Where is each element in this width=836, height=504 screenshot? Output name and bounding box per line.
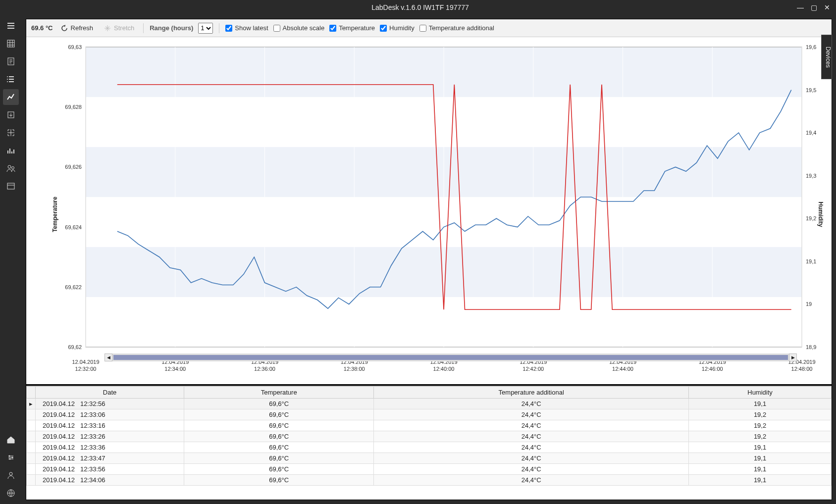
svg-text:69,63: 69,63 [68, 44, 82, 50]
form-icon[interactable] [3, 53, 19, 69]
scroll-left-arrow[interactable]: ◀ [104, 353, 112, 361]
stretch-label: Stretch [114, 24, 134, 32]
table-row[interactable]: 2019.04.12 12:33:1669,6°C24,4°C19,2 [27, 420, 832, 431]
minimize-button[interactable]: — [797, 3, 804, 11]
home-icon[interactable] [3, 432, 19, 448]
maximize-button[interactable]: ▢ [811, 3, 817, 11]
svg-text:18,9: 18,9 [806, 344, 816, 350]
globe-icon[interactable] [3, 485, 19, 501]
svg-rect-0 [7, 40, 14, 47]
chart-icon[interactable] [3, 89, 19, 105]
menu-icon[interactable] [3, 18, 19, 34]
column-header[interactable]: Temperature additional [374, 387, 689, 399]
svg-text:12:32:00: 12:32:00 [75, 366, 97, 372]
range-label: Range (hours) [150, 24, 193, 32]
toolbar: 69.6 °C Refresh Stretch Range (hours) 1 … [26, 19, 832, 37]
column-header[interactable]: Date [36, 387, 184, 399]
crosshair-icon[interactable] [3, 125, 19, 141]
svg-point-4 [7, 81, 8, 82]
refresh-label: Refresh [71, 24, 94, 32]
show-latest-checkbox[interactable]: Show latest [225, 24, 268, 32]
content-wrap: 69.6 °C Refresh Stretch Range (hours) 1 … [22, 15, 836, 504]
svg-text:69,628: 69,628 [65, 104, 82, 110]
svg-point-9 [9, 455, 10, 457]
data-table: DateTemperatureTemperature additionalHum… [26, 386, 832, 486]
svg-text:12:40:00: 12:40:00 [433, 366, 455, 372]
content-pane: 69.6 °C Refresh Stretch Range (hours) 1 … [26, 19, 832, 500]
chart-scrollbar[interactable]: ◀ ▶ [104, 353, 797, 361]
export-icon[interactable] [3, 107, 19, 123]
svg-text:12:44:00: 12:44:00 [612, 366, 633, 372]
table-row[interactable]: 2019.04.12 12:33:2669,6°C24,4°C19,2 [27, 431, 832, 442]
temperature-additional-checkbox[interactable]: Temperature additional [419, 24, 494, 32]
left-sidebar [0, 15, 22, 504]
svg-point-10 [12, 457, 13, 458]
grid-icon[interactable] [3, 36, 19, 51]
scroll-right-arrow[interactable]: ▶ [789, 353, 797, 361]
svg-text:69,624: 69,624 [65, 224, 82, 230]
absolute-scale-checkbox[interactable]: Absolute scale [273, 24, 325, 32]
humidity-checkbox[interactable]: Humidity [380, 24, 415, 32]
current-temperature-badge: 69.6 °C [31, 24, 53, 32]
table-row[interactable]: 2019.04.12 12:33:0669,6°C24,4°C19,2 [27, 409, 832, 420]
table-row[interactable]: ▸2019.04.12 12:32:5669,6°C24,4°C19,1 [27, 399, 832, 409]
svg-text:19: 19 [806, 301, 812, 307]
window-title: LabDesk v.1.6.0 IW1TF 197777 [44, 3, 797, 11]
column-header[interactable]: Humidity [689, 387, 832, 399]
table-row[interactable]: 2019.04.12 12:34:0669,6°C24,4°C19,1 [27, 475, 832, 486]
chart-svg[interactable]: 69,6369,62869,62669,62469,62269,6219,619… [26, 37, 832, 384]
scroll-thumb[interactable] [113, 355, 788, 360]
users-icon[interactable] [3, 160, 19, 176]
svg-text:12:46:00: 12:46:00 [702, 366, 723, 372]
svg-text:19,3: 19,3 [806, 173, 816, 179]
svg-point-2 [7, 76, 8, 77]
svg-rect-8 [7, 183, 14, 189]
svg-text:19,6: 19,6 [806, 44, 816, 50]
range-select[interactable]: 1 [198, 23, 213, 34]
svg-text:12.04.2019: 12.04.2019 [72, 359, 99, 365]
close-button[interactable]: ✕ [824, 3, 830, 11]
chart-panel: Temperature Humidity 69,6369,62869,62669… [26, 37, 832, 384]
svg-point-7 [12, 167, 14, 169]
bar-chart-icon[interactable] [3, 143, 19, 158]
column-header[interactable]: Temperature [184, 387, 374, 399]
svg-text:12:38:00: 12:38:00 [344, 366, 365, 372]
stretch-button[interactable]: Stretch [101, 22, 137, 34]
table-row[interactable]: 2019.04.12 12:33:3669,6°C24,4°C19,1 [27, 442, 832, 453]
svg-text:69,62: 69,62 [68, 344, 82, 350]
table-row[interactable]: 2019.04.12 12:33:5669,6°C24,4°C19,1 [27, 464, 832, 475]
right-axis-label: Humidity [817, 202, 824, 227]
svg-text:12:48:00: 12:48:00 [791, 366, 813, 372]
refresh-button[interactable]: Refresh [58, 22, 97, 34]
app-window: LabDesk v.1.6.0 IW1TF 197777 — ▢ ✕ [0, 0, 836, 504]
svg-point-11 [9, 458, 11, 460]
table-row[interactable]: 2019.04.12 12:33:4769,6°C24,4°C19,1 [27, 453, 832, 464]
svg-text:19,2: 19,2 [806, 215, 816, 221]
list-icon[interactable] [3, 71, 19, 87]
svg-point-3 [7, 79, 8, 80]
data-table-panel: DateTemperatureTemperature additionalHum… [26, 386, 832, 500]
title-bar: LabDesk v.1.6.0 IW1TF 197777 — ▢ ✕ [0, 0, 836, 15]
svg-text:12:34:00: 12:34:00 [164, 366, 186, 372]
svg-point-6 [8, 165, 11, 168]
svg-text:12:42:00: 12:42:00 [522, 366, 544, 372]
svg-text:69,622: 69,622 [65, 284, 82, 290]
svg-text:12:36:00: 12:36:00 [254, 366, 275, 372]
svg-text:19,5: 19,5 [806, 87, 816, 93]
users-bottom-icon[interactable] [3, 467, 19, 483]
devices-panel-tab[interactable]: Devices [821, 35, 832, 79]
window-icon[interactable] [3, 178, 19, 194]
left-axis-label: Temperature [52, 197, 58, 232]
svg-text:69,626: 69,626 [65, 164, 82, 170]
svg-text:19,1: 19,1 [806, 258, 816, 264]
settings-icon[interactable] [3, 450, 19, 465]
svg-text:19,4: 19,4 [806, 130, 816, 136]
svg-point-12 [9, 472, 12, 475]
temperature-checkbox[interactable]: Temperature [329, 24, 375, 32]
